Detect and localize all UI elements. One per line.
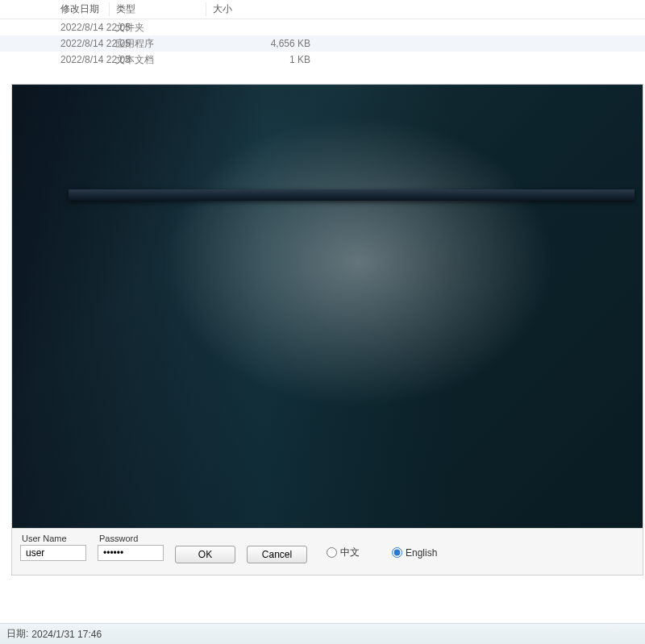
table-row[interactable]: 2022/8/14 22:05应用程序4,656 KB <box>0 35 645 52</box>
gap-background <box>0 580 645 625</box>
cell-type: 应用程序 <box>109 37 206 51</box>
lang-radio-chinese-input[interactable] <box>327 547 337 558</box>
username-field-group: User Name <box>20 534 86 561</box>
lang-radio-chinese[interactable]: 中文 <box>327 546 360 559</box>
file-rows: 2022/8/14 22:05文件夹2022/8/14 22:05应用程序4,6… <box>0 19 645 68</box>
beam-graphic <box>69 189 635 201</box>
file-list-header: 修改日期 类型 大小 <box>0 0 645 19</box>
lang-radio-english-input[interactable] <box>392 547 402 558</box>
lang-radio-english[interactable]: English <box>392 547 437 559</box>
cancel-button[interactable]: Cancel <box>247 546 307 563</box>
button-group: OK Cancel <box>175 546 307 563</box>
cell-date: 2022/8/14 22:05 <box>0 38 109 49</box>
cell-size: 1 KB <box>206 54 335 65</box>
col-header-type[interactable]: 类型 <box>109 2 206 16</box>
username-input[interactable] <box>20 545 86 561</box>
status-bar: 日期: 2024/1/31 17:46 <box>0 623 645 644</box>
cell-type: 文本文档 <box>109 53 206 67</box>
login-bar: User Name Password OK Cancel 中文 English <box>12 528 643 575</box>
login-window: User Name Password OK Cancel 中文 English <box>11 84 643 575</box>
table-row[interactable]: 2022/8/14 22:05文件夹 <box>0 19 645 35</box>
password-label: Password <box>98 534 164 543</box>
status-date-value: 2024/1/31 17:46 <box>31 629 102 640</box>
password-field-group: Password <box>98 534 164 561</box>
col-header-date[interactable]: 修改日期 <box>0 2 109 16</box>
username-label: User Name <box>20 534 86 543</box>
language-radio-group: 中文 English <box>327 546 437 559</box>
lang-chinese-label: 中文 <box>340 546 360 559</box>
login-image <box>12 85 643 528</box>
cell-type: 文件夹 <box>109 21 206 35</box>
ok-button[interactable]: OK <box>175 546 235 563</box>
col-header-size[interactable]: 大小 <box>206 2 335 16</box>
status-date-label: 日期: <box>6 627 28 641</box>
cell-date: 2022/8/14 22:05 <box>0 54 109 65</box>
cell-size: 4,656 KB <box>206 38 335 49</box>
lang-english-label: English <box>406 547 437 559</box>
table-row[interactable]: 2022/8/14 22:05文本文档1 KB <box>0 52 645 68</box>
cell-date: 2022/8/14 22:05 <box>0 22 109 33</box>
file-list: 修改日期 类型 大小 2022/8/14 22:05文件夹2022/8/14 2… <box>0 0 645 68</box>
password-input[interactable] <box>98 545 164 561</box>
